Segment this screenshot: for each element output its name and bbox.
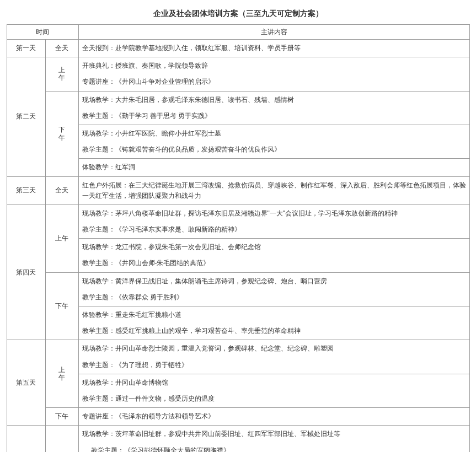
content-line: 教学主题：《铸就艰苦奋斗的优良品质，发扬艰苦奋斗的优良作风》 <box>79 142 469 158</box>
table-row: 第五天 上 午 现场教学：井冈山革命烈士陵园，重温入党誓词，参观碑林、纪念堂、纪… <box>7 340 469 374</box>
content-line: 教学主题：《学习毛泽东实事求是、敢闯新路的精神》 <box>79 222 469 238</box>
content-line: 现场教学：小井红军医院、瞻仰小井红军烈士墓 <box>79 125 469 142</box>
period-label: 上午 <box>45 205 78 272</box>
day-label: 第六天 <box>7 426 45 452</box>
day-label: 第五天 <box>7 340 45 426</box>
table-row: 第二天 上 午 开班典礼：授班旗、奏国歌，学院领导致辞 专题讲座：《井冈山斗争对… <box>7 57 469 91</box>
content-line: 教学主题：感受红军挑粮上山的艰辛，学习艰苦奋斗、率先垂范的革命精神 <box>79 324 469 340</box>
content-line: 现场教学：茨坪革命旧址群，参观中共井冈山前委旧址、红四军军部旧址、军械处旧址等 <box>79 426 469 443</box>
content-line: 开班典礼：授班旗、奏国歌，学院领导致辞 <box>79 57 469 74</box>
content-line: 全天报到：赴学院教学基地报到入住，领取红军服、培训资料、学员手册等 <box>79 40 469 57</box>
content-line: 现场教学：茅坪八角楼革命旧址群，探访毛泽东旧居及湘赣边界"一大"会议旧址，学习毛… <box>79 205 469 222</box>
period-label: 全天 <box>45 176 78 205</box>
content-line: 现场教学：龙江书院，参观朱毛第一次会见旧址、会师纪念馆 <box>79 239 469 256</box>
table-row: 第六天 上午 现场教学：茨坪革命旧址群，参观中共井冈山前委旧址、红四军军部旧址、… <box>7 426 469 452</box>
period-label: 下 午 <box>45 91 78 176</box>
schedule-table: 时间 主讲内容 第一天 全天 全天报到：赴学院教学基地报到入住，领取红军服、培训… <box>7 24 470 452</box>
header-row: 时间 主讲内容 <box>7 25 469 40</box>
period-char: 午 <box>46 134 78 142</box>
period-label: 上午 <box>45 426 78 452</box>
content-line: 现场教学：井冈山革命博物馆 <box>79 374 469 391</box>
content-line: 教学主题：《学习彭德怀顾全大局的宽阔胸襟》 <box>79 443 469 453</box>
content-line: 体验教学：红军洞 <box>79 159 469 176</box>
header-content: 主讲内容 <box>78 25 469 40</box>
period-label: 上 午 <box>45 57 78 91</box>
period-char: 上 <box>46 366 78 374</box>
content-line: 专题讲座：《井冈山斗争对企业管理的启示》 <box>79 74 469 90</box>
day-label: 第一天 <box>7 40 45 57</box>
table-row: 第一天 全天 全天报到：赴学院教学基地报到入住，领取红军服、培训资料、学员手册等 <box>7 40 469 57</box>
table-row: 下午 专题讲座：《毛泽东的领导方法和领导艺术》 <box>7 408 469 426</box>
table-row: 下午 现场教学：黄洋界保卫战旧址，集体朗诵毛主席诗词，参观纪念碑、炮台、哨口营房… <box>7 272 469 306</box>
header-time: 时间 <box>7 25 78 40</box>
table-row: 第三天 全天 红色户外拓展：在三大纪律诞生地开展三湾改编、抢救伤病员、穿越峡谷、… <box>7 176 469 205</box>
period-char: 午 <box>46 74 78 82</box>
period-char: 午 <box>46 374 78 381</box>
table-row: 第四天 上午 现场教学：茅坪八角楼革命旧址群，探访毛泽东旧居及湘赣边界"一大"会… <box>7 205 469 238</box>
content-line: 现场教学：大井朱毛旧居，参观毛泽东朱德旧居、读书石、残墙、感情树 <box>79 92 469 109</box>
document-title: 企业及社会团体培训方案（三至九天可定制方案） <box>6 6 470 24</box>
table-row: 下 午 现场教学：大井朱毛旧居，参观毛泽东朱德旧居、读书石、残墙、感情树 教学主… <box>7 91 469 125</box>
period-char: 下 <box>46 126 78 133</box>
content-line: 教学主题：通过一件件文物，感受历史的温度 <box>79 391 469 407</box>
content-line: 现场教学：井冈山革命烈士陵园，重温入党誓词，参观碑林、纪念堂、纪念碑、雕塑园 <box>79 340 469 357</box>
content-line: 体验教学：重走朱毛红军挑粮小道 <box>79 306 469 324</box>
content-line: 现场教学：黄洋界保卫战旧址，集体朗诵毛主席诗词，参观纪念碑、炮台、哨口营房 <box>79 273 469 290</box>
period-label: 上 午 <box>45 340 78 408</box>
content-line: 教学主题：《井冈山会师-朱毛团结的典范》 <box>79 256 469 272</box>
content-line: 教学主题：《依靠群众 勇于胜利》 <box>79 290 469 306</box>
period-label: 下午 <box>45 272 78 340</box>
period-char: 上 <box>46 66 78 74</box>
day-label: 第四天 <box>7 205 45 340</box>
content-line: 专题讲座：《毛泽东的领导方法和领导艺术》 <box>79 408 469 425</box>
content-line: 红色户外拓展：在三大纪律诞生地开展三湾改编、抢救伤病员、穿越峡谷、制作红军餐、深… <box>79 177 469 205</box>
day-label: 第二天 <box>7 57 45 176</box>
content-line: 教学主题：《勤于学习 善于思考 勇于实践》 <box>79 109 469 125</box>
day-label: 第三天 <box>7 176 45 205</box>
period-label: 下午 <box>45 408 78 426</box>
period-label: 全天 <box>45 40 78 57</box>
content-line: 教学主题：《为了理想，勇于牺牲》 <box>79 358 469 374</box>
